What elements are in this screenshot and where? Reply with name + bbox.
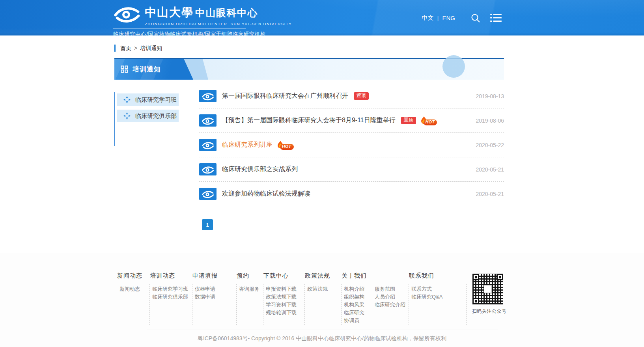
footer-link[interactable]: 联系方式	[411, 286, 432, 292]
footer-column-title[interactable]: 政策法规	[305, 272, 342, 280]
footer-link[interactable]: 申报资料下载	[266, 286, 297, 292]
footer-link[interactable]: 政策法规下载	[266, 294, 297, 300]
footer-column: 联系我们联系方式临床研究Q&A	[409, 272, 467, 324]
breadcrumb-separator: >	[134, 45, 137, 51]
header-actions: 中文 | ENG	[422, 13, 502, 23]
footer-link[interactable]: 人员介绍	[375, 294, 395, 300]
page-title-banner: 培训通知	[114, 58, 504, 80]
copyright: 粤ICP备06014983号- Copyright © 2016 中山眼科中心临…	[147, 335, 498, 342]
notice-row: 第一届国际眼科临床研究大会在广州顺利召开置顶2019-08-13	[199, 84, 504, 108]
pinned-badge: 置顶	[354, 92, 369, 99]
sidebar-accent-line	[114, 92, 115, 146]
notice-date: 2019-08-06	[476, 118, 504, 124]
site-logo[interactable]: 中山大學 中山眼科中心 ZHONGSHAN OPHTHALMIC CENTER.…	[113, 5, 292, 35]
eye-logo-icon	[199, 114, 217, 127]
eye-logo-icon	[199, 139, 217, 151]
breadcrumb-home-link[interactable]: 首页	[120, 45, 131, 51]
notice-link[interactable]: 欢迎参加药物临床试验法规解读	[222, 190, 310, 198]
footer-link[interactable]: 机构风采	[344, 302, 364, 308]
notice-link[interactable]: 【预告】第一届国际眼科临床研究大会将于8月9-11日隆重举行	[222, 116, 396, 125]
footer-column-title[interactable]: 关于我们	[342, 272, 409, 280]
footer-nav: 新闻动态新闻动态培训动态临床研究学习班临床研究俱乐部申请填报仪器申请数据申请预约…	[117, 272, 504, 324]
notice-date: 2020-05-22	[476, 142, 504, 148]
notice-link[interactable]: 临床研究俱乐部之实战系列	[222, 165, 298, 174]
page: 中山大學 中山眼科中心 ZHONGSHAN OPHTHALMIC CENTER.…	[0, 0, 644, 347]
footer-link[interactable]: 政策法规	[307, 286, 328, 292]
notice-row: 临床研究俱乐部之实战系列2020-05-21	[199, 157, 504, 182]
lang-en-link[interactable]: ENG	[442, 15, 455, 21]
lang-separator: |	[437, 15, 439, 21]
notice-rows: 第一届国际眼科临床研究大会在广州顺利召开置顶2019-08-13【预告】第一届国…	[199, 84, 504, 206]
notice-row: 临床研究系列讲座HOT2020-05-22	[199, 133, 504, 157]
footer-column: 培训动态临床研究学习班临床研究俱乐部	[150, 272, 192, 324]
notice-row: 【预告】第一届国际眼科临床研究大会将于8月9-11日隆重举行置顶HOT2019-…	[199, 108, 504, 133]
university-name: 中山大學	[145, 5, 194, 21]
footer-link[interactable]: 服务范围	[375, 286, 395, 292]
sidebar-item[interactable]: 临床研究学习班	[117, 93, 179, 106]
footer-link[interactable]: 临床研究俱乐部	[152, 294, 188, 300]
sidebar-item-label: 临床研究俱乐部	[135, 112, 177, 120]
footer-link[interactable]: 临床研究Q&A	[411, 294, 442, 300]
footer-link[interactable]: 咨询服务	[239, 286, 259, 292]
compass-icon	[123, 112, 131, 120]
footer-link[interactable]: 组织架构	[344, 294, 364, 300]
qr-block: 扫码关注公众号	[472, 272, 504, 324]
footer-column-title[interactable]: 联系我们	[409, 272, 467, 280]
eye-logo-icon	[199, 163, 217, 175]
notice-list: 第一届国际眼科临床研究大会在广州顺利召开置顶2019-08-13【预告】第一届国…	[199, 84, 504, 230]
footer-column-title[interactable]: 培训动态	[150, 272, 192, 280]
sidebar: 临床研究学习班临床研究俱乐部	[114, 84, 179, 230]
lang-cn-link[interactable]: 中文	[422, 14, 434, 22]
footer-link[interactable]: 数据申请	[195, 294, 215, 300]
eye-logo-icon	[199, 90, 217, 102]
notice-link[interactable]: 第一届国际眼科临床研究大会在广州顺利召开	[222, 92, 348, 100]
notice-date: 2019-08-13	[476, 93, 504, 99]
eye-logo-icon	[199, 188, 217, 200]
center-name-en: ZHONGSHAN OPHTHALMIC CENTER. SUN YAT-SEN…	[145, 22, 292, 26]
qr-caption: 扫码关注公众号	[472, 308, 504, 315]
footer-link[interactable]: 临床研究学习班	[152, 286, 188, 292]
footer-link[interactable]: 仪器申请	[195, 286, 215, 292]
qr-code	[472, 274, 503, 304]
footer-link[interactable]: 新闻动态	[119, 286, 140, 292]
site-footer: 新闻动态新闻动态培训动态临床研究学习班临床研究俱乐部申请填报仪器申请数据申请预约…	[0, 253, 644, 347]
footer-link[interactable]: 临床研究介绍	[375, 302, 405, 308]
sidebar-item-label: 临床研究学习班	[135, 96, 177, 104]
grid-icon	[121, 65, 128, 73]
eye-logo-icon	[113, 5, 145, 24]
menu-icon[interactable]	[490, 14, 502, 22]
search-icon[interactable]	[470, 13, 480, 23]
notice-date: 2020-05-21	[476, 191, 504, 197]
footer-column: 申请填报仪器申请数据申请	[192, 272, 237, 324]
hot-badge: HOT	[276, 140, 295, 150]
footer-link[interactable]: 临床研究协调员	[344, 310, 364, 323]
sidebar-item[interactable]: 临床研究俱乐部	[117, 110, 179, 122]
footer-column-title[interactable]: 下载中心	[263, 272, 305, 280]
center-name: 中山眼科中心	[195, 6, 258, 19]
sidebar-list: 临床研究学习班临床研究俱乐部	[117, 93, 179, 122]
site-header: 中山大學 中山眼科中心 ZHONGSHAN OPHTHALMIC CENTER.…	[0, 0, 644, 35]
main-content: 临床研究学习班临床研究俱乐部 第一届国际眼科临床研究大会在广州顺利召开置顶201…	[114, 84, 504, 230]
footer-column-title[interactable]: 新闻动态	[117, 272, 150, 280]
breadcrumb: 首页>培训通知	[114, 45, 644, 52]
compass-icon	[123, 96, 131, 104]
footer-column: 新闻动态新闻动态	[117, 272, 150, 324]
footer-column-title[interactable]: 预约	[237, 272, 263, 280]
pagination: 1	[199, 219, 504, 230]
footer-column: 关于我们机构介绍组织架构机构风采临床研究协调员服务范围人员介绍临床研究介绍	[342, 272, 409, 324]
footer-column-title[interactable]: 申请填报	[192, 272, 237, 280]
footer-link[interactable]: 规培轮训下载	[266, 310, 297, 315]
footer-column: 政策法规政策法规	[305, 272, 342, 324]
pagination-page-1[interactable]: 1	[202, 219, 213, 230]
notice-date: 2020-05-21	[476, 166, 504, 173]
footer-link[interactable]: 机构介绍	[344, 286, 364, 292]
footer-link[interactable]: 学习资料下载	[266, 302, 297, 308]
breadcrumb-current: 培训通知	[140, 45, 162, 51]
footer-column: 预约咨询服务	[237, 272, 263, 324]
page-title: 培训通知	[133, 65, 161, 74]
logo-tagline: 临床研究中心/国家药物临床试验机构/国家干细胞临床研究机构	[113, 28, 246, 35]
hot-badge: HOT	[420, 116, 439, 126]
notice-link[interactable]: 临床研究系列讲座	[222, 141, 273, 149]
footer-bottom: 粤ICP备06014983号- Copyright © 2016 中山眼科中心临…	[147, 330, 498, 342]
pinned-badge: 置顶	[401, 117, 416, 124]
